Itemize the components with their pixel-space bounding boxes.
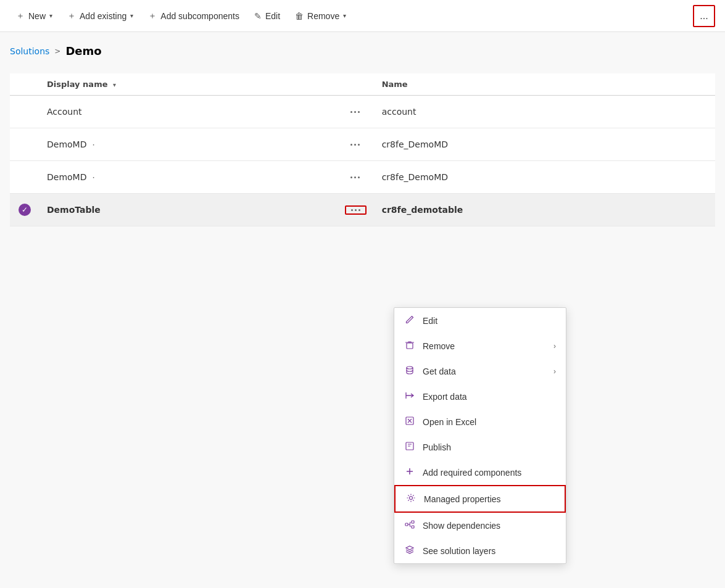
table-row[interactable]: DemoMD ⬝ cr8fe_DemoMD xyxy=(10,161,715,194)
svg-point-4 xyxy=(410,497,413,500)
row-checkbox[interactable] xyxy=(17,104,32,119)
row-dots-button[interactable] xyxy=(345,141,365,149)
dot xyxy=(358,176,360,178)
context-menu-label-show_deps: Show dependencies xyxy=(423,521,500,531)
dot xyxy=(355,209,357,211)
row-name: account xyxy=(375,96,715,128)
plus-icon xyxy=(404,466,415,478)
context-menu-item-export_data[interactable]: Export data xyxy=(394,384,566,409)
breadcrumb-solutions[interactable]: Solutions xyxy=(10,46,49,56)
context-menu-item-managed_props[interactable]: Managed properties xyxy=(394,485,566,513)
breadcrumb-separator: > xyxy=(54,47,60,56)
context-menu-item-show_deps[interactable]: Show dependencies xyxy=(394,513,566,538)
pencil-icon: ✎ xyxy=(254,11,262,21)
dot xyxy=(358,111,360,113)
submenu-chevron-icon: › xyxy=(553,342,556,350)
remove-button[interactable]: 🗑 Remove ▾ xyxy=(289,7,352,25)
plus-icon-sub: ＋ xyxy=(148,10,157,22)
trash-icon xyxy=(404,340,415,352)
new-button[interactable]: ＋ New ▾ xyxy=(10,7,59,25)
table-row[interactable]: Account account xyxy=(10,96,715,128)
row-name: cr8fe_DemoMD xyxy=(375,128,715,161)
row-name: cr8fe_DemoMD xyxy=(375,161,715,194)
dot xyxy=(354,144,356,146)
row-checkbox-cell xyxy=(10,96,39,128)
svg-rect-7 xyxy=(412,526,414,528)
col-menu-spacer xyxy=(338,73,375,96)
context-menu-item-add_required[interactable]: Add required components xyxy=(394,460,566,485)
gear-icon xyxy=(405,493,416,505)
context-menu-item-publish[interactable]: Publish xyxy=(394,434,566,460)
export-icon xyxy=(404,391,415,402)
context-menu-item-get_data[interactable]: Get data› xyxy=(394,358,566,384)
context-menu-label-solution_layers: See solution layers xyxy=(423,546,495,556)
trash-icon: 🗑 xyxy=(295,11,304,21)
dot xyxy=(358,144,360,146)
col-checkbox xyxy=(10,73,39,96)
row-dots-button[interactable] xyxy=(345,173,365,181)
more-dots: ... xyxy=(700,10,708,22)
context-menu-item-solution_layers[interactable]: See solution layers xyxy=(394,538,566,563)
col-display-name[interactable]: Display name ▾ xyxy=(39,73,338,96)
data-table: Display name ▾ Name Account accountDemoM… xyxy=(10,73,715,226)
row-display-name: DemoTable xyxy=(39,194,338,226)
more-button[interactable]: ... xyxy=(693,5,715,27)
context-menu-label-add_required: Add required components xyxy=(423,468,521,478)
table-row[interactable]: DemoMD ⬝ cr8fe_DemoMD xyxy=(10,128,715,161)
context-menu-item-remove[interactable]: Remove› xyxy=(394,333,566,358)
pencil-icon xyxy=(404,315,415,326)
table-row[interactable]: ✓DemoTable cr8fe_demotable xyxy=(10,194,715,226)
context-menu-item-edit[interactable]: Edit xyxy=(394,308,566,333)
main-content: Display name ▾ Name Account accountDemoM… xyxy=(0,64,725,236)
toolbar: ＋ New ▾ ＋ Add existing ▾ ＋ Add subcompon… xyxy=(0,0,725,32)
new-label: New xyxy=(28,11,46,21)
row-dots-button[interactable] xyxy=(345,108,365,116)
publish-icon xyxy=(404,441,415,453)
row-display-name: DemoMD ⬝ xyxy=(39,161,338,194)
remove-chevron: ▾ xyxy=(343,12,346,19)
edit-button[interactable]: ✎ Edit xyxy=(248,7,286,25)
context-menu-label-open_excel: Open in Excel xyxy=(423,417,476,427)
row-display-name: DemoMD ⬝ xyxy=(39,128,338,161)
breadcrumb-current: Demo xyxy=(65,44,101,57)
context-menu-label-edit: Edit xyxy=(423,316,437,326)
context-menu-label-get_data: Get data xyxy=(423,366,456,376)
dot xyxy=(351,209,353,211)
add-existing-label: Add existing xyxy=(80,11,126,21)
deps-icon xyxy=(404,520,415,531)
excel-icon xyxy=(404,416,415,428)
svg-rect-6 xyxy=(412,521,414,523)
context-menu-label-managed_props: Managed properties xyxy=(424,494,501,504)
plus-icon-add: ＋ xyxy=(67,10,76,22)
context-menu: EditRemove›Get data›Export dataOpen in E… xyxy=(394,307,566,564)
new-chevron: ▾ xyxy=(49,12,52,19)
row-checkbox[interactable] xyxy=(17,137,32,152)
svg-rect-5 xyxy=(405,523,408,526)
add-existing-button[interactable]: ＋ Add existing ▾ xyxy=(61,7,139,25)
row-context-menu-button[interactable] xyxy=(345,205,367,215)
external-link-icon: ⬝ xyxy=(89,141,96,149)
layers-icon xyxy=(404,545,415,557)
database-icon xyxy=(404,365,415,377)
dot xyxy=(350,144,352,146)
context-menu-item-open_excel[interactable]: Open in Excel xyxy=(394,409,566,434)
add-subcomponents-button[interactable]: ＋ Add subcomponents xyxy=(142,7,246,25)
add-subcomponents-label: Add subcomponents xyxy=(160,11,239,21)
dot xyxy=(350,176,352,178)
breadcrumb: Solutions > Demo xyxy=(0,32,725,64)
col-name: Name xyxy=(375,73,715,96)
row-name: cr8fe_demotable xyxy=(375,194,715,226)
row-checkbox[interactable]: ✓ xyxy=(17,202,32,217)
remove-label: Remove xyxy=(307,11,339,21)
add-existing-chevron: ▾ xyxy=(130,12,133,19)
external-link-icon: ⬝ xyxy=(89,173,96,182)
row-checkbox[interactable] xyxy=(17,170,32,184)
row-checkbox-cell xyxy=(10,161,39,194)
edit-label: Edit xyxy=(265,11,280,21)
svg-point-1 xyxy=(407,366,413,369)
context-menu-label-remove: Remove xyxy=(423,341,455,351)
checkmark-icon: ✓ xyxy=(19,204,31,216)
dot xyxy=(358,209,360,211)
dot xyxy=(354,111,356,113)
context-menu-label-publish: Publish xyxy=(423,442,451,452)
